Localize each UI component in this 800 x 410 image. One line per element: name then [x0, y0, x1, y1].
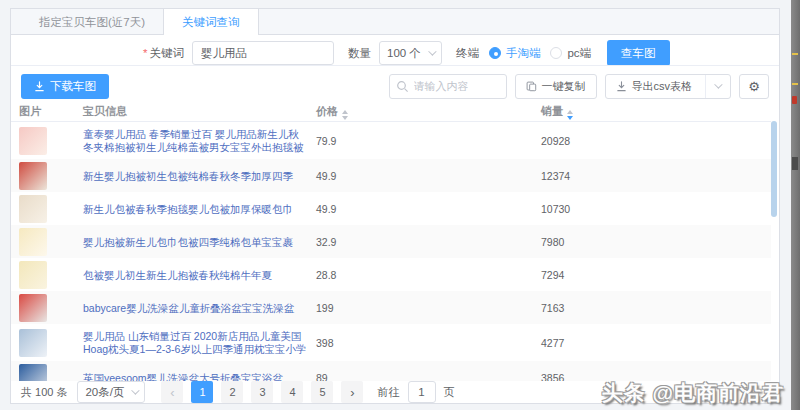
- copy-icon: [526, 81, 537, 92]
- product-thumbnail[interactable]: [19, 329, 47, 357]
- vertical-scrollbar-thumb[interactable]: [771, 121, 777, 217]
- product-price: 28.8: [316, 269, 336, 281]
- product-thumbnail[interactable]: [19, 127, 47, 155]
- main-panel: 指定宝贝车图(近7天) 关键词查询 *关键词 数量 100 个 终端 手淘端 p…: [10, 8, 780, 404]
- page-button-4[interactable]: 4: [281, 381, 303, 403]
- keyword-input[interactable]: [192, 41, 334, 65]
- product-sales: 10730: [541, 203, 570, 215]
- product-thumbnail[interactable]: [19, 364, 47, 382]
- pagination-total: 共 100 条: [21, 385, 67, 400]
- page-button-5[interactable]: 5: [311, 381, 333, 403]
- column-settings-button[interactable]: ⚙: [739, 74, 769, 99]
- product-sales: 20928: [541, 135, 570, 147]
- price-sort-control[interactable]: [342, 110, 348, 120]
- next-page-button[interactable]: ›: [341, 381, 363, 403]
- watermark-text: 头条 @电商前沿君: [602, 379, 784, 407]
- copy-all-button[interactable]: 一键复制: [515, 74, 597, 99]
- quantity-select-value: 100 个: [387, 46, 421, 61]
- product-thumbnail[interactable]: [19, 261, 47, 289]
- search-icon: [396, 80, 409, 93]
- product-price: 49.9: [316, 170, 336, 182]
- table-toolbar: 下载车图 一键复制 导出csv表格 ⚙: [21, 73, 769, 99]
- pagination: 共 100 条 20条/页 ‹ 1 2 3 4 5 › 前往 页: [21, 380, 455, 404]
- table-row: 童泰婴儿用品 春季销量过百 婴儿用品新生儿秋冬夹棉抱被初生儿纯棉盖被男女宝宝外出…: [11, 122, 771, 159]
- page-size-select[interactable]: 20条/页: [77, 381, 145, 403]
- column-header-sales: 销量: [541, 104, 573, 120]
- table-row: 包被婴儿初生新生儿抱被春秋纯棉牛年夏 28.8 7294: [11, 258, 771, 291]
- terminal-label: 终端: [456, 46, 479, 61]
- page-button-1[interactable]: 1: [191, 381, 213, 403]
- product-title-link[interactable]: 童泰婴儿用品 春季销量过百 婴儿用品新生儿秋冬夹棉抱被初生儿纯棉盖被男女宝宝外出…: [83, 127, 309, 154]
- table-row: 新生儿包被春秋季抱毯婴儿包被加厚保暖包巾 49.9 10730: [11, 192, 771, 225]
- required-asterisk: *: [143, 47, 147, 59]
- goto-unit: 页: [444, 386, 455, 398]
- product-sales: 4277: [541, 337, 564, 349]
- table-body: 童泰婴儿用品 春季销量过百 婴儿用品新生儿秋冬夹棉抱被初生儿纯棉盖被男女宝宝外出…: [11, 122, 771, 381]
- product-thumbnail[interactable]: [19, 195, 47, 223]
- chevron-down-icon: [428, 47, 436, 55]
- column-header-item-info: 宝贝信息: [83, 104, 127, 119]
- goto-page-input[interactable]: [408, 381, 436, 403]
- quantity-select[interactable]: 100 个: [379, 41, 442, 65]
- table-search: [389, 74, 507, 99]
- product-title-link[interactable]: 婴儿用品 山东销量过百 2020新店用品儿童美国Hoag枕头夏1—2-3-6岁以…: [83, 329, 309, 356]
- sales-sort-control[interactable]: [567, 110, 573, 120]
- divider: [11, 65, 779, 66]
- product-title-link[interactable]: 包被婴儿初生新生儿抱被春秋纯棉牛年夏: [83, 268, 309, 281]
- product-price: 398: [316, 337, 334, 349]
- product-sales: 12374: [541, 170, 570, 182]
- edge-mark: [792, 83, 798, 85]
- export-icon: [616, 81, 627, 92]
- radio-mobile-taobao[interactable]: [489, 47, 501, 59]
- table-header: 图片 宝贝信息 价格 销量: [11, 101, 771, 122]
- product-price: 49.9: [316, 203, 336, 215]
- tab-specified-item-images[interactable]: 指定宝贝车图(近7天): [21, 9, 163, 35]
- edge-mark: [792, 53, 798, 55]
- radio-mobile-taobao-label[interactable]: 手淘端: [506, 46, 541, 61]
- product-sales: 7163: [541, 302, 564, 314]
- table-row: 婴儿用品 山东销量过百 2020新店用品儿童美国Hoag枕头夏1—2-3-6岁以…: [11, 324, 771, 361]
- edge-mark: [792, 157, 798, 170]
- product-sales: 7980: [541, 236, 564, 248]
- page-size-value: 20条/页: [85, 385, 124, 400]
- tab-keyword-query[interactable]: 关键词查询: [163, 9, 259, 35]
- product-title-link[interactable]: babycare婴儿洗澡盆儿童折叠浴盆宝宝洗澡盆: [83, 301, 309, 314]
- product-sales: 3856: [541, 372, 564, 382]
- table-row: 英国yeesoom婴儿洗澡盆大号折叠宝宝浴盆 89 3856: [11, 361, 771, 381]
- export-csv-dropdown[interactable]: 导出csv表格: [605, 74, 732, 99]
- radio-pc-label[interactable]: pc端: [567, 46, 591, 61]
- download-icon: [34, 81, 45, 92]
- page-button-3[interactable]: 3: [251, 381, 273, 403]
- product-title-link[interactable]: 新生婴儿抱被初生包被纯棉春秋冬季加厚四季: [83, 169, 309, 182]
- chevron-down-icon: [714, 80, 722, 88]
- table-row: 新生婴儿抱被初生包被纯棉春秋冬季加厚四季 49.9 12374: [11, 159, 771, 192]
- product-thumbnail[interactable]: [19, 162, 47, 190]
- page-button-2[interactable]: 2: [221, 381, 243, 403]
- chevron-left-icon: ‹: [170, 385, 174, 400]
- product-title-link[interactable]: 新生儿包被春秋季抱毯婴儿包被加厚保暖包巾: [83, 202, 309, 215]
- query-images-button[interactable]: 查车图: [607, 40, 670, 66]
- goto-page: 前往 页: [377, 381, 454, 403]
- quantity-label: 数量: [348, 46, 371, 61]
- column-header-image: 图片: [19, 104, 41, 119]
- table-row: babycare婴儿洗澡盆儿童折叠浴盆宝宝洗澡盆 199 7163: [11, 291, 771, 324]
- table-row: 婴儿抱被新生儿包巾包被四季纯棉包单宝宝裹 32.9 7980: [11, 225, 771, 258]
- gear-icon: ⚙: [748, 79, 760, 94]
- keyword-label: *关键词: [143, 46, 184, 61]
- product-sales: 7294: [541, 269, 564, 281]
- product-price: 79.9: [316, 135, 336, 147]
- column-header-price: 价格: [316, 104, 348, 120]
- product-thumbnail[interactable]: [19, 228, 47, 256]
- keyword-query-form: *关键词 数量 100 个 终端 手淘端 pc端 查车图: [143, 40, 670, 66]
- tab-bar: 指定宝贝车图(近7天) 关键词查询: [11, 9, 779, 35]
- chevron-down-icon: [132, 386, 140, 394]
- chevron-right-icon: ›: [350, 385, 354, 400]
- radio-pc[interactable]: [550, 47, 562, 59]
- download-images-button[interactable]: 下载车图: [21, 74, 109, 99]
- product-title-link[interactable]: 婴儿抱被新生儿包巾包被四季纯棉包单宝宝裹: [83, 235, 309, 248]
- edge-mark: [792, 96, 797, 104]
- prev-page-button[interactable]: ‹: [161, 381, 183, 403]
- goto-label: 前往: [377, 386, 399, 398]
- screen-edge-artifact: [791, 0, 800, 410]
- product-thumbnail[interactable]: [19, 294, 47, 322]
